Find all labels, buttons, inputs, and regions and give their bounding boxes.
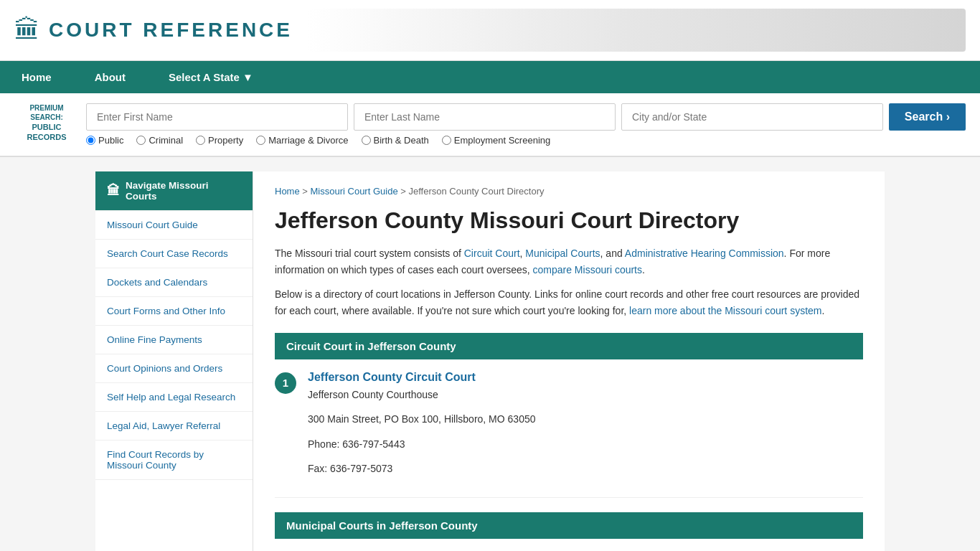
sidebar-item-navigate[interactable]: 🏛 Navigate Missouri Courts [95, 171, 253, 211]
circuit-court-link[interactable]: Circuit Court [464, 248, 520, 259]
header-background [307, 9, 966, 52]
search-bar: PREMIUM SEARCH: PUBLIC RECORDS Search › … [0, 93, 980, 157]
circuit-court-header: Circuit Court in Jefferson County [275, 333, 863, 359]
sidebar: 🏛 Navigate Missouri Courts Missouri Cour… [95, 171, 253, 551]
compare-courts-link[interactable]: compare Missouri courts [533, 264, 643, 276]
intro-paragraph-2: Below is a directory of court locations … [275, 286, 863, 319]
first-name-input[interactable] [86, 103, 348, 131]
sidebar-item-fines[interactable]: Online Fine Payments [95, 326, 253, 354]
sidebar-item-search[interactable]: Search Court Case Records [95, 240, 253, 268]
search-inputs: Search › Public Criminal Property Marria… [86, 103, 966, 146]
premium-label: PREMIUM SEARCH: PUBLIC RECORDS [14, 103, 79, 143]
page-title: Jefferson County Missouri Court Director… [275, 207, 863, 234]
municipal-courts-header: Municipal Courts in Jefferson County [275, 512, 863, 539]
logo-text: COURT REFERENCE [49, 19, 293, 42]
search-button[interactable]: Search › [889, 103, 966, 131]
main-container: 🏛 Navigate Missouri Courts Missouri Cour… [95, 171, 885, 551]
last-name-input[interactable] [354, 103, 616, 131]
intro-paragraph-1: The Missouri trial court system consists… [275, 245, 863, 278]
sidebar-item-findcourt[interactable]: Find Court Records by Missouri County [95, 441, 253, 480]
breadcrumb: Home > Missouri Court Guide > Jefferson … [275, 186, 863, 197]
sidebar-item-selfhelp[interactable]: Self Help and Legal Research [95, 383, 253, 412]
learn-more-link[interactable]: learn more about the Missouri court syst… [629, 305, 821, 316]
search-top-row: Search › [86, 103, 966, 131]
court-name-link-1[interactable]: Jefferson County Circuit Court [308, 371, 476, 383]
city-input[interactable] [621, 103, 883, 131]
municipal-courts-link[interactable]: Municipal Courts [525, 248, 600, 259]
logo-icon: 🏛 [14, 15, 40, 45]
court-icon: 🏛 [107, 184, 120, 199]
nav-select-state[interactable]: Select A State ▼ [147, 61, 275, 93]
nav-about[interactable]: About [73, 61, 147, 93]
site-header: 🏛 COURT REFERENCE [0, 0, 980, 61]
breadcrumb-parent[interactable]: Missouri Court Guide [311, 186, 398, 197]
radio-criminal[interactable]: Criminal [136, 135, 183, 146]
radio-marriage[interactable]: Marriage & Divorce [256, 135, 348, 146]
radio-property[interactable]: Property [196, 135, 243, 146]
radio-employment[interactable]: Employment Screening [442, 135, 550, 146]
sidebar-item-legalaid[interactable]: Legal Aid, Lawyer Referral [95, 412, 253, 441]
court-entry-1: 1 Jefferson County Circuit Court Jeffers… [275, 359, 863, 498]
court-entry-2: 2 Arnold Municipal Court [275, 539, 863, 551]
court-phone-1: Phone: 636-797-5443 [308, 436, 536, 452]
sidebar-item-opinions[interactable]: Court Opinions and Orders [95, 354, 253, 383]
main-content: Home > Missouri Court Guide > Jefferson … [253, 171, 885, 551]
radio-birth[interactable]: Birth & Death [362, 135, 429, 146]
sidebar-item-guide[interactable]: Missouri Court Guide [95, 211, 253, 240]
breadcrumb-current: Jefferson County Court Directory [408, 186, 544, 197]
sidebar-active-label: Navigate Missouri Courts [126, 180, 241, 202]
court-address-line2-1: 300 Main Street, PO Box 100, Hillsboro, … [308, 411, 536, 427]
court-info-1: Jefferson County Circuit Court Jefferson… [308, 371, 536, 486]
court-number-1: 1 [275, 372, 296, 394]
sidebar-item-dockets[interactable]: Dockets and Calendars [95, 268, 253, 297]
administrative-link[interactable]: Administrative Hearing Commission [625, 248, 784, 259]
sidebar-item-forms[interactable]: Court Forms and Other Info [95, 297, 253, 326]
court-address-line1-1: Jefferson County Courthouse [308, 387, 536, 402]
radio-public[interactable]: Public [86, 135, 123, 146]
main-nav: Home About Select A State ▼ [0, 61, 980, 93]
search-radio-row: Public Criminal Property Marriage & Divo… [86, 135, 966, 146]
court-fax-1: Fax: 636-797-5073 [308, 461, 536, 476]
breadcrumb-home[interactable]: Home [275, 186, 300, 197]
nav-home[interactable]: Home [0, 61, 73, 93]
